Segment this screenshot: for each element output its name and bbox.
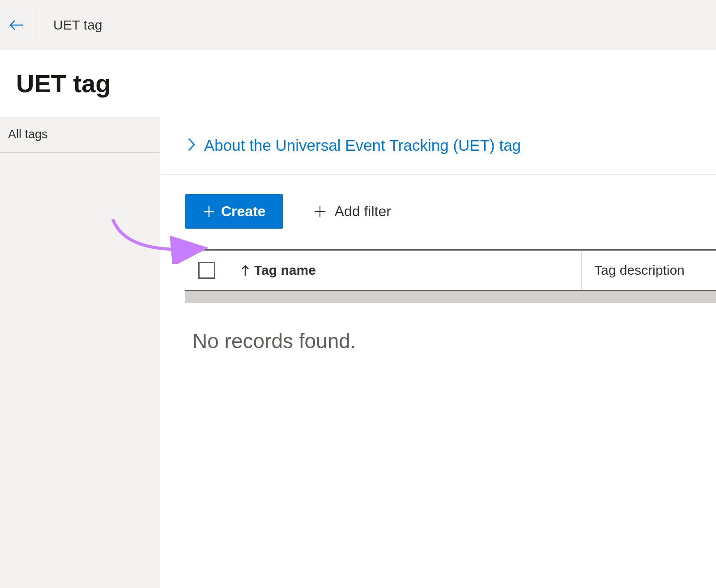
create-button[interactable]: Create: [185, 194, 283, 229]
select-all-checkbox[interactable]: [198, 262, 215, 279]
empty-state-message: No records found.: [160, 303, 716, 353]
back-button[interactable]: [8, 17, 24, 33]
plus-icon: [313, 205, 327, 218]
about-uet-link[interactable]: About the Universal Event Tracking (UET)…: [204, 136, 521, 154]
table-header: Tag name Tag description: [185, 249, 716, 291]
breadcrumb-bar: UET tag: [0, 0, 716, 50]
plus-icon: [202, 205, 216, 218]
page-title: UET tag: [16, 69, 716, 98]
table-header-tag-description[interactable]: Tag description: [582, 251, 716, 290]
arrow-up-icon: [241, 264, 250, 277]
toolbar: Create Add filter: [160, 175, 716, 249]
page-title-area: UET tag: [0, 50, 716, 117]
main-panel: About the Universal Event Tracking (UET)…: [160, 117, 716, 588]
breadcrumb-divider: [35, 9, 35, 42]
chevron-right-icon: [187, 137, 196, 154]
breadcrumb-title: UET tag: [53, 17, 102, 33]
add-filter-label: Add filter: [335, 203, 391, 220]
table-header-tag-description-label: Tag description: [594, 263, 685, 278]
content-area: All tags About the Universal Event Track…: [0, 117, 716, 588]
sidebar: All tags: [0, 117, 160, 588]
sidebar-item-all-tags[interactable]: All tags: [0, 117, 160, 153]
add-filter-button[interactable]: Add filter: [313, 203, 391, 220]
table-header-tag-name[interactable]: Tag name: [228, 251, 582, 290]
about-section: About the Universal Event Tracking (UET)…: [160, 117, 716, 175]
table-header-checkbox-cell: [185, 251, 228, 290]
table-scrollbar-track: [185, 291, 716, 303]
table-header-tag-name-label: Tag name: [254, 263, 316, 278]
create-button-label: Create: [221, 203, 266, 220]
arrow-left-icon: [9, 19, 24, 31]
